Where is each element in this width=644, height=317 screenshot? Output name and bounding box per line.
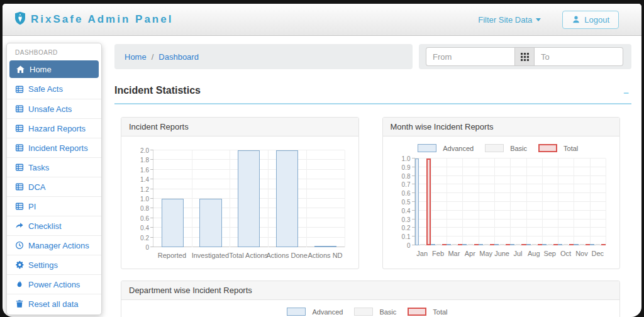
sidebar-item-checklist[interactable]: Checklist bbox=[7, 216, 101, 235]
app-title: RixSafe Admin Panel bbox=[31, 13, 173, 26]
legend-label: Total bbox=[564, 145, 578, 152]
y-tick-label: 0.2 bbox=[402, 225, 411, 231]
to-date-input[interactable] bbox=[535, 47, 623, 66]
logout-label: Logout bbox=[584, 15, 609, 25]
sidebar-item-label: PI bbox=[28, 202, 36, 211]
sidebar-item-label: Manager Actions bbox=[28, 241, 89, 250]
page-title: Incident Statistics bbox=[114, 85, 201, 96]
sidebar-item-label: DCA bbox=[28, 182, 45, 192]
date-filter-group bbox=[419, 44, 631, 69]
sidebar-item-manager-actions[interactable]: Manager Actions bbox=[7, 235, 101, 255]
y-tick-label: 0.3 bbox=[402, 216, 411, 223]
x-axis-label: Jul bbox=[513, 250, 522, 257]
bar bbox=[238, 150, 260, 247]
sidebar-item-dca[interactable]: DCA bbox=[7, 177, 101, 196]
flame-icon bbox=[14, 280, 24, 289]
category-slot bbox=[447, 158, 462, 245]
category-slot bbox=[574, 158, 589, 245]
sidebar-item-home[interactable]: Home bbox=[9, 60, 99, 78]
sidebar-item-reset-all-data[interactable]: Reset all data bbox=[7, 294, 101, 313]
legend-swatch bbox=[485, 144, 504, 152]
category-slot bbox=[415, 158, 431, 245]
table-icon bbox=[14, 163, 24, 172]
sidebar-item-power-actions[interactable]: Power Actions bbox=[7, 274, 101, 294]
x-axis-label: Feb bbox=[432, 250, 444, 257]
x-axis-label: Aug bbox=[528, 250, 540, 257]
y-tick-label: 0.4 bbox=[140, 225, 149, 231]
x-axis-label: Sep bbox=[543, 250, 556, 257]
sidebar-item-incident-reports[interactable]: Incident Reports bbox=[7, 138, 101, 157]
y-tick-label: 1.2 bbox=[140, 186, 149, 192]
y-tick-label: 0.4 bbox=[402, 207, 411, 214]
y-tick-label: 1.8 bbox=[140, 157, 149, 164]
table-icon bbox=[14, 182, 24, 191]
bar bbox=[199, 199, 221, 247]
panel-department-wise-incident-reports: Department wise Incident Reports Advance… bbox=[121, 281, 620, 317]
panel-month-wise-incident-reports: Month wise Incident Reports AdvancedBasi… bbox=[382, 117, 621, 269]
legend-label: Basic bbox=[510, 145, 527, 152]
y-tick-label: 0.5 bbox=[402, 199, 411, 206]
caret-down-icon bbox=[536, 18, 541, 21]
sidebar-item-label: Power Actions bbox=[28, 280, 80, 289]
sidebar-item-unsafe-acts[interactable]: Unsafe Acts bbox=[7, 99, 101, 118]
v-gridline bbox=[606, 158, 606, 245]
sidebar-item-settings[interactable]: Settings bbox=[7, 255, 101, 274]
table-icon bbox=[14, 143, 24, 152]
chart-legend: AdvancedBasicTotal bbox=[392, 144, 611, 152]
sidebar-item-tasks[interactable]: Tasks bbox=[7, 157, 101, 177]
calendar-grid-icon[interactable] bbox=[514, 47, 535, 66]
x-axis-label: Actions Done bbox=[266, 252, 307, 259]
legend-label: Advanced bbox=[312, 308, 343, 316]
plot-area: 00.20.40.60.81.01.21.41.61.82.0 bbox=[153, 150, 345, 247]
y-tick-label: 1.0 bbox=[402, 155, 411, 162]
breadcrumb-dashboard-link[interactable]: Dashboard bbox=[158, 52, 199, 62]
x-axis-label: Investigated bbox=[192, 252, 229, 259]
x-axis-label: Total Actions bbox=[229, 252, 268, 259]
y-tick-label: 0.8 bbox=[140, 205, 149, 212]
clock-icon bbox=[14, 241, 24, 250]
panel-title: Incident Reports bbox=[121, 118, 358, 136]
incident-reports-chart: 00.20.40.60.81.01.21.41.61.82.0ReportedI… bbox=[130, 142, 350, 261]
category-slot bbox=[230, 150, 268, 247]
x-axis-labels: ReportedInvestigatedTotal ActionsActions… bbox=[153, 247, 345, 261]
collapse-icon[interactable]: − bbox=[623, 90, 631, 96]
y-tick-label: 1.0 bbox=[140, 196, 149, 203]
sidebar-item-hazard-reports[interactable]: Hazard Reports bbox=[7, 118, 101, 138]
table-icon bbox=[14, 85, 24, 94]
app-header: RixSafe Admin Panel Filter Site Data Log… bbox=[3, 4, 641, 36]
sidebar-item-label: Safe Acts bbox=[28, 84, 63, 94]
y-tick-label: 2.0 bbox=[140, 147, 149, 154]
toolbar-row: Home / Dashboard bbox=[114, 44, 631, 69]
x-axis-label: Jan bbox=[416, 250, 428, 257]
page-content: DASHBOARD HomeSafe ActsUnsafe ActsHazard… bbox=[3, 36, 641, 317]
filter-site-data-dropdown[interactable]: Filter Site Data bbox=[478, 15, 541, 25]
category-slot bbox=[558, 158, 574, 245]
legend-label: Basic bbox=[379, 308, 396, 316]
month-wise-chart: AdvancedBasicTotal00.10.20.30.40.50.60.7… bbox=[392, 144, 611, 259]
sidebar: DASHBOARD HomeSafe ActsUnsafe ActsHazard… bbox=[6, 43, 102, 315]
breadcrumb-home-link[interactable]: Home bbox=[125, 52, 147, 62]
gear-icon bbox=[14, 260, 24, 269]
y-tick-label: 0.1 bbox=[402, 233, 411, 240]
from-date-input[interactable] bbox=[426, 47, 514, 66]
sidebar-item-safe-acts[interactable]: Safe Acts bbox=[7, 79, 101, 99]
table-icon bbox=[14, 202, 24, 211]
y-tick-label: 0 bbox=[145, 244, 149, 251]
sidebar-item-label: Hazard Reports bbox=[28, 124, 86, 133]
sidebar-nav: HomeSafe ActsUnsafe ActsHazard ReportsIn… bbox=[7, 60, 101, 313]
brand: RixSafe Admin Panel bbox=[14, 11, 173, 28]
v-gridline bbox=[345, 150, 345, 247]
sidebar-item-label: Home bbox=[30, 65, 52, 74]
section-header: Incident Statistics − bbox=[114, 85, 631, 104]
breadcrumb: Home / Dashboard bbox=[114, 44, 413, 69]
legend-swatch bbox=[418, 144, 436, 152]
y-tick-label: 0.6 bbox=[402, 190, 411, 197]
sidebar-item-label: Incident Reports bbox=[28, 143, 88, 153]
logout-button[interactable]: Logout bbox=[562, 11, 619, 29]
sidebar-item-pi[interactable]: PI bbox=[7, 196, 101, 216]
y-tick-label: 1.6 bbox=[140, 166, 149, 173]
category-slot bbox=[479, 158, 494, 245]
trash-icon bbox=[14, 299, 24, 308]
category-slot bbox=[192, 150, 230, 247]
y-tick-label: 0 bbox=[407, 242, 411, 249]
